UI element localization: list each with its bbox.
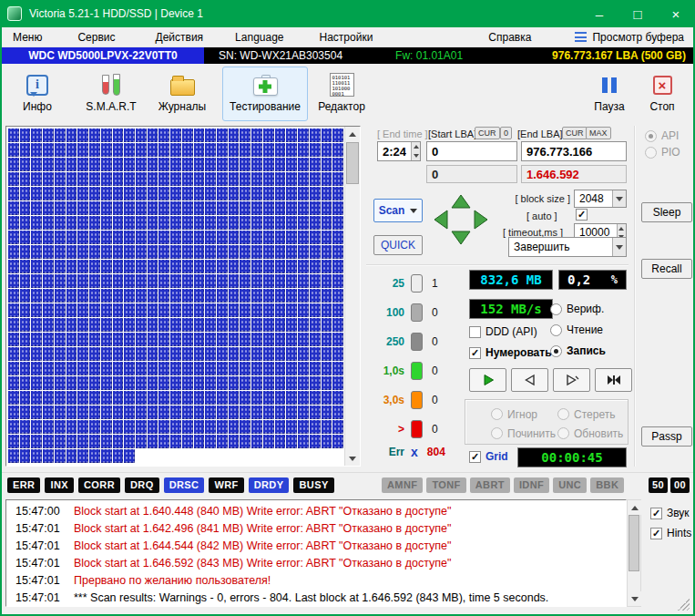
scan-block [251, 347, 262, 361]
pause-button[interactable]: Пауза [587, 67, 632, 121]
numerate-checkbox[interactable]: ✓ Нумеровать [469, 346, 552, 359]
sound-checkbox[interactable]: ✓ Звук [650, 507, 690, 519]
combo-arrow[interactable] [612, 190, 626, 207]
editor-button[interactable]: 010101 110011 101000 0001 Редактор [312, 67, 372, 121]
log-scrollbar[interactable] [627, 499, 641, 607]
stop-button[interactable]: × Стоп [639, 67, 685, 121]
scan-block [113, 435, 124, 448]
scan-block [77, 187, 88, 200]
scan-block [275, 318, 286, 332]
end-time-spinner[interactable] [377, 141, 421, 161]
on-end-action-combo[interactable]: Завершить [508, 237, 627, 257]
scan-block [205, 318, 216, 332]
scan-block [31, 143, 42, 157]
start-test-button[interactable] [469, 368, 506, 392]
step-back-button[interactable] [511, 368, 548, 392]
scan-block [286, 362, 297, 375]
scan-block [77, 406, 88, 419]
journals-button[interactable]: Журналы [151, 67, 213, 121]
checkbox-box: ✓ [469, 326, 481, 338]
combo-arrow[interactable] [612, 238, 626, 256]
scan-block [124, 420, 135, 434]
smart-button[interactable]: S.M.A.R.T [78, 67, 144, 121]
action-radio-1[interactable]: Стереть [557, 407, 624, 421]
end-time-input[interactable] [378, 142, 411, 160]
scrollbar-thumb[interactable] [629, 515, 639, 571]
spin-up-icon[interactable] [618, 224, 626, 232]
block-size-label: [ block size ] [505, 193, 570, 204]
recall-button[interactable]: Recall [641, 259, 692, 279]
log-time: 15:47:01 [15, 590, 74, 607]
read-radio[interactable]: Чтение [550, 323, 603, 336]
device-model[interactable]: WDC WD5000LPVX-22V0TT0 [2, 47, 204, 64]
start-lba-cur-button[interactable]: CUR [475, 127, 500, 139]
action-radio-0[interactable]: Игнор [491, 407, 557, 421]
sleep-button[interactable]: Sleep [641, 202, 692, 222]
start-lba-input[interactable] [427, 142, 516, 160]
scan-block [43, 303, 54, 317]
menu-item-2[interactable]: Действия [156, 31, 204, 44]
hints-checkbox[interactable]: ✓ Hints [650, 527, 691, 539]
passp-button[interactable]: Passp [641, 426, 692, 447]
menu-item-3[interactable]: Language [235, 31, 283, 44]
scan-block [77, 143, 88, 157]
action-radio-3[interactable]: Обновить [557, 426, 624, 440]
spin-down-icon[interactable] [412, 151, 420, 160]
ddd-api-checkbox[interactable]: ✓ DDD (API) [469, 325, 537, 338]
grid-checkbox[interactable]: ✓ Grid [469, 450, 508, 463]
testing-button[interactable]: Тестирование [222, 67, 308, 121]
seek-end-button[interactable] [595, 368, 632, 392]
maximize-button[interactable]: □ [618, 0, 657, 27]
scan-block [158, 289, 169, 303]
scan-block [124, 435, 135, 448]
auto-checkbox[interactable]: ✓ [576, 209, 588, 221]
scan-block [322, 362, 332, 375]
spin-up-icon[interactable] [412, 142, 420, 151]
write-radio[interactable]: Запись [550, 344, 606, 357]
scan-block [229, 406, 240, 419]
scan-block [89, 376, 100, 390]
end-lba-max-button[interactable]: MAX [586, 127, 611, 139]
end-lba-cur-button[interactable]: CUR [562, 127, 588, 139]
end-lba-input[interactable] [522, 142, 626, 160]
numerate-label: Нумеровать [485, 346, 552, 359]
scroll-up-button[interactable] [345, 127, 360, 141]
scan-block [182, 376, 193, 390]
action-radio-2[interactable]: Починить [491, 426, 557, 440]
menu-item-5[interactable]: Справка [488, 31, 531, 44]
end-time-spin-buttons[interactable] [411, 142, 420, 160]
view-buffer-button[interactable]: Просмотр буфера [575, 31, 684, 44]
lba-nav-pad[interactable] [428, 190, 494, 250]
step-forward-button[interactable] [553, 368, 590, 392]
scan-block [182, 187, 193, 200]
info-button[interactable]: i Инфо [9, 67, 66, 121]
minimize-button[interactable]: – [580, 0, 618, 27]
scroll-down-button[interactable] [345, 451, 360, 466]
scan-block [89, 289, 100, 303]
close-button[interactable]: × [657, 0, 695, 27]
scan-map-scrollbar[interactable] [344, 127, 360, 466]
verify-radio[interactable]: Вериф. [550, 303, 604, 315]
scan-block [66, 128, 77, 142]
arrow-up-icon [349, 132, 356, 137]
scan-block [217, 172, 228, 186]
scan-block [55, 158, 66, 171]
scan-block [194, 406, 205, 419]
pio-radio[interactable]: PIO [645, 146, 680, 159]
scroll-up-button[interactable] [628, 500, 642, 515]
scan-mode-button[interactable]: Scan [373, 199, 423, 222]
scroll-down-button[interactable] [628, 591, 642, 606]
testing-label: Тестирование [230, 100, 301, 113]
end-lba-field[interactable] [521, 141, 627, 161]
block-size-combo[interactable]: 2048 [574, 190, 627, 208]
scan-block [286, 187, 297, 200]
resize-grip[interactable] [678, 599, 690, 611]
menu-item-1[interactable]: Сервис [77, 31, 115, 44]
start-lba-field[interactable] [426, 141, 517, 161]
log-panel[interactable]: 15:47:00Block start at 1.640.448 (840 MB… [5, 499, 627, 607]
quick-button[interactable]: QUICK [373, 235, 423, 255]
scrollbar-thumb[interactable] [346, 142, 359, 184]
menu-item-4[interactable]: Настройки [320, 31, 373, 44]
menu-item-0[interactable]: Меню [13, 31, 42, 44]
api-radio[interactable]: API [645, 129, 679, 142]
